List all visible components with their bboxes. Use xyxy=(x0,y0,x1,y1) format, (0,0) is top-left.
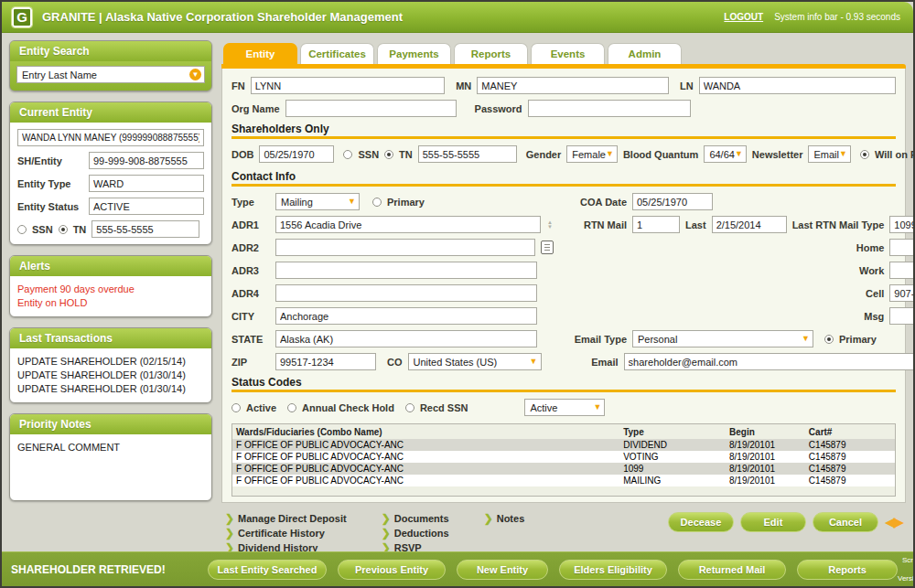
status-active-label: Active xyxy=(246,402,276,413)
sidebar-tn-field[interactable] xyxy=(92,220,199,238)
zip-input[interactable] xyxy=(275,353,376,370)
rtn-last-input[interactable] xyxy=(712,216,787,233)
tn-radio[interactable] xyxy=(384,150,393,159)
status-codes-select[interactable]: Active ▼ xyxy=(524,399,605,416)
table-row[interactable]: F OFFICE OF PUBLIC ADVOCACY-ANC MAILING … xyxy=(232,475,895,486)
title-bar: G GRANITE | Alaska Native Corporation Sh… xyxy=(2,2,913,33)
entity-type-field[interactable] xyxy=(89,175,204,192)
country-select[interactable]: United States (US) ▼ xyxy=(408,353,542,370)
cell-begin: 8/19/20101 xyxy=(729,451,809,463)
previous-entity-button[interactable]: Previous Entity xyxy=(338,560,446,580)
cell-phone-input[interactable] xyxy=(889,284,915,302)
table-row[interactable]: F OFFICE OF PUBLIC ADVOCACY-ANC 1099 8/1… xyxy=(232,463,895,475)
sidebar-tn-radio[interactable] xyxy=(59,225,68,234)
email-type-select[interactable]: Personal ▼ xyxy=(632,330,813,347)
blood-quantum-select[interactable]: 64/64 ▼ xyxy=(704,145,746,163)
email-primary-radio[interactable] xyxy=(824,335,834,344)
status-recd-ssn-radio[interactable] xyxy=(405,403,414,412)
email-primary-label: Primary xyxy=(839,334,877,345)
adr3-input[interactable] xyxy=(275,262,537,279)
rtn-type-input[interactable] xyxy=(889,216,915,233)
new-entity-button[interactable]: New Entity xyxy=(457,560,548,580)
ssn-radio[interactable] xyxy=(343,150,352,159)
edit-button[interactable]: Edit xyxy=(740,512,806,532)
cell-cart: C145879 xyxy=(809,439,895,451)
will-on-file-label: Will on File xyxy=(875,149,915,160)
tab-payments[interactable]: Payments xyxy=(377,43,451,64)
middle-name-input[interactable] xyxy=(477,77,669,94)
coa-date-label: COA Date xyxy=(574,197,627,208)
sh-entity-field[interactable] xyxy=(89,152,204,169)
link-notes[interactable]: ❯ Notes xyxy=(484,512,525,525)
logout-link[interactable]: LOGOUT xyxy=(724,12,763,22)
rtn-mail-input[interactable] xyxy=(632,216,680,233)
priority-notes-panel: Priority Notes GENERAL COMMENT xyxy=(9,413,212,501)
entity-search-select[interactable]: Entry Last Name ▼ xyxy=(16,66,205,83)
sidebar-ssn-radio[interactable] xyxy=(17,225,27,234)
tab-entity[interactable]: Entity xyxy=(223,43,297,64)
last-transactions-title: Last Transactions xyxy=(10,328,211,348)
table-row[interactable]: F OFFICE OF PUBLIC ADVOCACY-ANC DIVIDEND… xyxy=(232,439,895,451)
link-documents[interactable]: ❯ Documents xyxy=(382,512,449,525)
returned-mail-button[interactable]: Returned Mail xyxy=(678,560,786,580)
quick-links-and-actions: ❯ Manage Direct Deposit ❯ Certificate Hi… xyxy=(221,512,906,554)
entity-status-field[interactable] xyxy=(89,198,204,215)
home-phone-input[interactable] xyxy=(889,239,915,256)
adr4-label: ADR4 xyxy=(231,288,270,299)
link-deductions[interactable]: ❯ Deductions xyxy=(382,527,449,540)
current-entity-name-field[interactable] xyxy=(17,129,204,146)
priority-note-item: GENERAL COMMENT xyxy=(17,441,204,454)
will-on-file-radio[interactable] xyxy=(860,150,869,159)
last-name-input[interactable] xyxy=(699,77,896,94)
link-certificate-history[interactable]: ❯ Certificate History xyxy=(225,527,347,540)
status-active-radio[interactable] xyxy=(231,403,241,412)
address-spinner-icon[interactable]: ▲▼ xyxy=(546,220,554,230)
tab-reports[interactable]: Reports xyxy=(454,43,528,64)
col-header-type: Type xyxy=(623,426,729,438)
first-name-input[interactable] xyxy=(251,77,446,94)
app-window: G GRANITE | Alaska Native Corporation Sh… xyxy=(0,0,915,588)
transaction-item: UPDATE SHAREHOLDER (01/30/14) xyxy=(17,382,204,396)
tab-events[interactable]: Events xyxy=(531,43,605,64)
contact-type-select[interactable]: Mailing ▼ xyxy=(275,193,360,210)
contact-primary-radio[interactable] xyxy=(372,198,382,207)
tab-admin[interactable]: Admin xyxy=(608,43,682,64)
table-row[interactable]: F OFFICE OF PUBLIC ADVOCACY-ANC VOTING 8… xyxy=(232,451,895,463)
tn-input[interactable] xyxy=(418,145,517,163)
dob-input[interactable] xyxy=(259,145,334,163)
reports-button[interactable]: Reports xyxy=(797,560,898,580)
type-label: Type xyxy=(231,197,270,208)
state-input[interactable] xyxy=(275,330,537,347)
decease-button[interactable]: Decease xyxy=(668,512,734,532)
table-header-row: Wards/Fiduciaries (Combo Name) Type Begi… xyxy=(232,424,895,439)
adr4-input[interactable] xyxy=(275,284,537,302)
entity-type-label: Entity Type xyxy=(17,178,83,189)
city-input[interactable] xyxy=(275,307,537,325)
note-document-icon[interactable] xyxy=(541,241,554,254)
last-entity-searched-button[interactable]: Last Entity Searched xyxy=(208,560,327,580)
gender-select[interactable]: Female ▼ xyxy=(566,145,618,163)
cell-cart: C145879 xyxy=(809,451,895,463)
cancel-button[interactable]: Cancel xyxy=(813,512,878,532)
link-label: Manage Direct Deposit xyxy=(238,513,347,524)
adr2-input[interactable] xyxy=(275,239,535,256)
tab-certificates[interactable]: Certificates xyxy=(300,43,374,64)
status-annual-label: Annual Check Hold xyxy=(302,402,394,413)
tab-bar: Entity Certificates Payments Reports Eve… xyxy=(221,40,906,64)
status-codes-title: Status Codes xyxy=(231,376,896,389)
link-manage-direct-deposit[interactable]: ❯ Manage Direct Deposit xyxy=(225,512,347,525)
system-info-text: System info bar - 0.93 seconds xyxy=(774,12,900,22)
status-annual-radio[interactable] xyxy=(287,403,296,412)
msg-phone-input[interactable] xyxy=(889,307,915,325)
elders-eligibility-button[interactable]: Elders Eligibility xyxy=(559,560,667,580)
email-input[interactable] xyxy=(624,353,915,370)
password-input[interactable] xyxy=(528,100,691,117)
adr1-input[interactable] xyxy=(275,216,541,233)
prev-next-arrows-icon[interactable]: ◀▶ xyxy=(885,512,902,532)
chevron-right-icon: ❯ xyxy=(225,527,234,540)
coa-date-input[interactable] xyxy=(632,193,713,210)
newsletter-select[interactable]: Email ▼ xyxy=(808,145,850,163)
adr3-label: ADR3 xyxy=(231,265,270,276)
work-phone-input[interactable] xyxy=(889,262,915,279)
org-name-input[interactable] xyxy=(285,100,457,117)
